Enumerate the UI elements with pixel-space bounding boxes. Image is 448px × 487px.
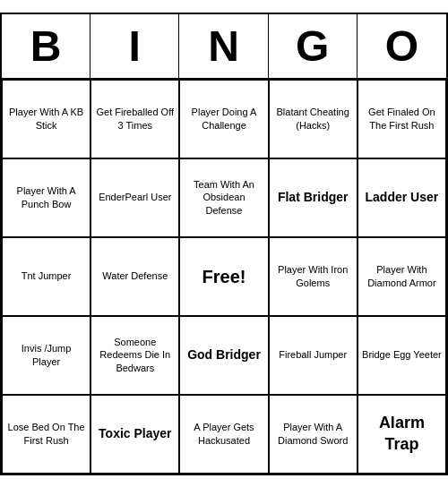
bingo-cell-21: Toxic Player (90, 395, 179, 474)
bingo-cell-15: Invis /Jump Player (2, 316, 90, 395)
bingo-letter-i: I (90, 14, 179, 78)
bingo-cell-13: Player With Iron Golems (269, 237, 358, 316)
bingo-cell-24: Alarm Trap (358, 395, 446, 474)
bingo-letter-n: N (179, 14, 268, 78)
bingo-cell-20: Lose Bed On The First Rush (2, 395, 90, 474)
bingo-cell-14: Player With Diamond Armor (358, 237, 446, 316)
bingo-cell-5: Player With A Punch Bow (2, 158, 90, 237)
bingo-grid: Player With A KB StickGet Fireballed Off… (2, 80, 446, 474)
bingo-cell-1: Get Fireballed Off 3 Times (90, 80, 179, 158)
bingo-cell-18: Fireball Jumper (269, 316, 358, 395)
bingo-cell-22: A Player Gets Hackusated (179, 395, 268, 474)
bingo-cell-2: Player Doing A Challenge (179, 80, 268, 158)
bingo-header: BINGO (2, 14, 446, 80)
bingo-letter-g: G (269, 14, 358, 78)
bingo-cell-7: Team With An Obsidean Defense (179, 158, 268, 237)
bingo-letter-b: B (2, 14, 90, 78)
bingo-cell-8: Flat Bridger (269, 158, 358, 237)
bingo-cell-3: Blatant Cheating (Hacks) (269, 80, 358, 158)
bingo-cell-12: Free! (179, 237, 268, 316)
bingo-letter-o: O (358, 14, 446, 78)
bingo-cell-0: Player With A KB Stick (2, 80, 90, 158)
bingo-cell-16: Someone Redeems Die In Bedwars (90, 316, 179, 395)
bingo-cell-10: Tnt Jumper (2, 237, 90, 316)
bingo-card: BINGO Player With A KB StickGet Fireball… (0, 13, 448, 475)
bingo-cell-17: God Bridger (179, 316, 268, 395)
bingo-cell-4: Get Finaled On The First Rush (358, 80, 446, 158)
bingo-cell-6: EnderPearl User (90, 158, 179, 237)
bingo-cell-23: Player With A Diamond Sword (269, 395, 358, 474)
bingo-cell-11: Water Defense (90, 237, 179, 316)
bingo-cell-9: Ladder User (358, 158, 446, 237)
bingo-cell-19: Bridge Egg Yeeter (358, 316, 446, 395)
